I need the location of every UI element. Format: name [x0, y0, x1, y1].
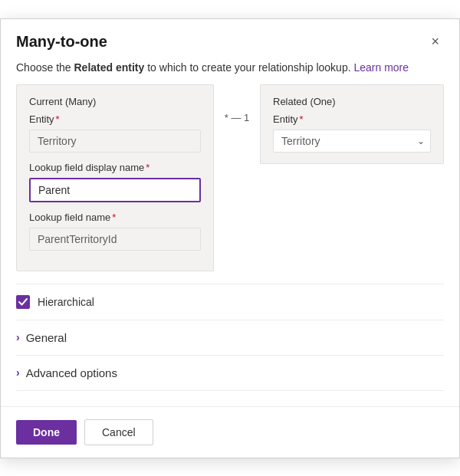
lookup-display-input[interactable] [29, 178, 201, 202]
advanced-options-section-row[interactable]: › Advanced options [1, 356, 459, 390]
hierarchical-label: Hierarchical [38, 296, 94, 308]
close-button[interactable]: × [426, 33, 444, 50]
hierarchical-row[interactable]: Hierarchical [1, 284, 459, 320]
subtitle-bold: Related entity [74, 61, 145, 74]
entity-select[interactable]: Territory [273, 130, 431, 153]
cancel-button[interactable]: Cancel [84, 419, 153, 445]
required-star-entity: * [56, 113, 60, 125]
dialog-footer: Done Cancel [1, 406, 459, 458]
entity-section: Current (Many) Entity * Territory Lookup… [1, 84, 459, 284]
lookup-name-label: Lookup field name * [29, 212, 201, 223]
current-many-box: Current (Many) Entity * Territory Lookup… [16, 84, 214, 271]
entity-label-related: Entity * [273, 113, 431, 125]
required-star-lookup-display: * [146, 162, 150, 173]
entity-label-current: Entity * [29, 113, 201, 125]
divider-4 [16, 390, 444, 391]
lookup-display-label: Lookup field display name * [29, 162, 201, 173]
learn-more-link[interactable]: Learn more [353, 61, 409, 74]
chevron-right-icon-general: › [16, 331, 20, 343]
chevron-right-icon-advanced: › [16, 366, 20, 379]
general-section-row[interactable]: › General [1, 320, 459, 355]
lookup-name-value: ParentTerritoryId [29, 228, 201, 251]
related-one-box: Related (One) Entity * Territory ⌄ [260, 84, 444, 164]
entity-select-wrapper: Territory ⌄ [273, 130, 431, 153]
dialog-title: Many-to-one [16, 33, 107, 51]
dialog-header: Many-to-one × [1, 19, 459, 58]
hierarchical-checkbox[interactable] [16, 295, 30, 309]
subtitle-prefix: Choose the [16, 61, 74, 74]
subtitle-suffix: to which to create your relationship loo… [144, 61, 350, 74]
dialog-subtitle: Choose the Related entity to which to cr… [1, 58, 459, 84]
done-button[interactable]: Done [16, 420, 77, 445]
general-section-label: General [26, 331, 67, 344]
required-star-lookup-name: * [112, 212, 116, 223]
entity-value-current: Territory [29, 130, 201, 153]
required-star-related: * [300, 113, 304, 125]
relation-connector: * — 1 [214, 84, 260, 123]
many-to-one-dialog: Many-to-one × Choose the Related entity … [0, 18, 460, 458]
related-box-heading: Related (One) [273, 96, 431, 107]
current-box-heading: Current (Many) [29, 96, 201, 107]
advanced-options-section-label: Advanced options [26, 366, 117, 379]
